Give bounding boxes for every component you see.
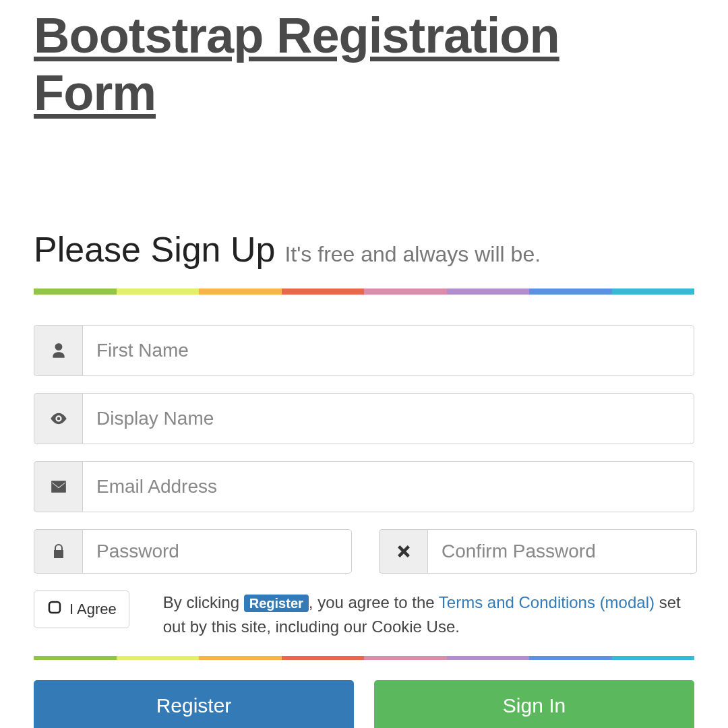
rainbow-divider xyxy=(34,289,694,295)
register-button[interactable]: Register xyxy=(34,680,354,728)
password-input[interactable] xyxy=(82,529,352,574)
terms-link[interactable]: Terms and Conditions xyxy=(439,593,595,611)
user-icon xyxy=(34,325,82,376)
register-badge: Register xyxy=(244,595,309,612)
svg-rect-0 xyxy=(49,602,60,613)
signin-button[interactable]: Sign In xyxy=(374,680,694,728)
signup-subtitle: It's free and always will be. xyxy=(284,242,541,267)
password-field xyxy=(34,529,352,574)
email-field xyxy=(34,461,694,512)
x-icon xyxy=(379,529,427,574)
rainbow-divider-bottom xyxy=(34,656,694,660)
signup-title: Please Sign Up xyxy=(34,229,275,270)
lock-icon xyxy=(34,529,82,574)
page-title: Bootstrap Registration Form xyxy=(34,0,694,121)
modal-link[interactable]: (modal) xyxy=(600,593,655,611)
envelope-icon xyxy=(34,461,82,512)
agree-checkbox[interactable]: I Agree xyxy=(34,590,129,628)
eye-icon xyxy=(34,393,82,444)
confirm-password-input[interactable] xyxy=(427,529,697,574)
registration-form: I Agree By clicking Register, you agree … xyxy=(34,325,694,728)
checkbox-icon xyxy=(47,599,63,619)
display-name-input[interactable] xyxy=(82,393,694,444)
confirm-password-field xyxy=(379,529,697,574)
first-name-field xyxy=(34,325,694,376)
agree-label: I Agree xyxy=(69,601,117,618)
display-name-field xyxy=(34,393,694,444)
signup-header: Please Sign Up It's free and always will… xyxy=(34,229,694,270)
email-input[interactable] xyxy=(82,461,694,512)
first-name-input[interactable] xyxy=(82,325,694,376)
disclaimer-text: By clicking Register, you agree to the T… xyxy=(163,590,694,639)
